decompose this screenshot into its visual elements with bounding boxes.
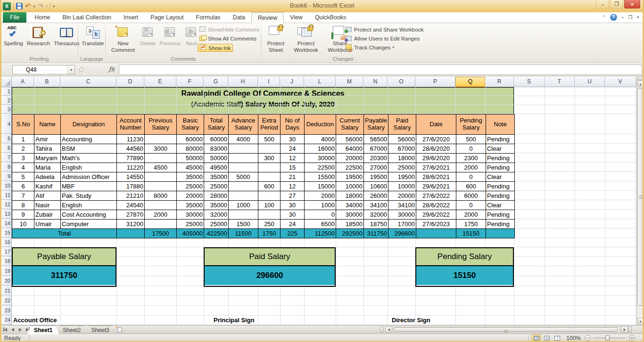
column-header-cell[interactable]: PreviousSalary (145, 114, 177, 135)
cell[interactable]: Math's (61, 154, 117, 163)
row-header-4[interactable]: 4 (1, 114, 12, 134)
cell[interactable]: 29/6/2022 (416, 210, 456, 220)
cell[interactable]: Pending (486, 154, 514, 163)
cell[interactable]: 67000 (364, 144, 388, 154)
cell[interactable]: 34000 (336, 201, 364, 210)
cell[interactable]: 11230 (117, 135, 145, 144)
cell[interactable]: English (61, 201, 117, 210)
cell[interactable]: BSM (61, 144, 117, 154)
cell[interactable]: Accounting (61, 135, 117, 144)
cell[interactable]: 4000 (229, 135, 258, 144)
help-icon[interactable]: ? (610, 14, 617, 21)
column-header-cell[interactable]: TotalSalary (204, 114, 229, 135)
column-header-A[interactable]: A (12, 77, 34, 87)
cell[interactable]: Maryam (34, 154, 61, 163)
cell[interactable]: 64000 (336, 144, 364, 154)
cell[interactable]: 67000 (388, 144, 416, 154)
column-header-cell[interactable]: Date (416, 114, 456, 135)
cell[interactable]: 77890 (117, 154, 145, 163)
cell[interactable]: 20000 (177, 191, 204, 201)
column-header-cell[interactable]: Name (34, 114, 61, 135)
tab-data[interactable]: Data (227, 13, 251, 23)
name-box-dropdown-icon[interactable]: ▾ (67, 65, 74, 74)
cell[interactable]: 35000 (177, 172, 204, 182)
total-cell[interactable]: 292500 (336, 229, 364, 238)
cell[interactable]: Tahira (34, 144, 61, 154)
column-header-cell[interactable]: Deduction (305, 114, 336, 135)
column-header-L[interactable]: L (304, 77, 336, 87)
cell[interactable]: 56000 (388, 135, 416, 144)
cell[interactable]: 25000 (388, 163, 416, 172)
cell[interactable]: Clear (486, 144, 514, 154)
undo-icon[interactable]: ↶ (25, 3, 31, 9)
worksheet-grid[interactable]: Rawalpindi College Of Commerce & Science… (12, 87, 636, 325)
cell[interactable]: 100 (258, 201, 281, 210)
cell[interactable]: Clear (486, 172, 514, 182)
cell[interactable]: 4000 (305, 135, 336, 144)
cell[interactable]: 1500 (229, 220, 258, 229)
tab-file[interactable]: File (3, 12, 26, 23)
cell[interactable]: 300 (258, 154, 281, 163)
cell[interactable]: 18750 (364, 220, 388, 229)
cell[interactable]: Admission Officer (61, 172, 117, 182)
horizontal-split-handle[interactable] (380, 326, 383, 333)
cell[interactable] (145, 220, 177, 229)
cell[interactable]: 21210 (117, 191, 145, 201)
zoom-out-button[interactable]: − (585, 335, 591, 341)
tab-formulas[interactable]: Formulas (190, 13, 227, 23)
cell[interactable]: 83000 (204, 144, 229, 154)
cell[interactable]: MBF (61, 182, 117, 191)
row-header-22[interactable]: 22 (1, 296, 12, 305)
close-button[interactable]: × (624, 0, 640, 8)
cell[interactable]: 3000 (145, 144, 177, 154)
cell[interactable]: 6000 (456, 191, 486, 201)
cell[interactable] (145, 172, 177, 182)
delete-comment-button[interactable]: × Delete (138, 24, 157, 55)
total-cell[interactable]: 1750 (258, 229, 281, 238)
normal-view-button[interactable] (532, 334, 541, 342)
cell[interactable]: 30000 (388, 210, 416, 220)
cell[interactable]: 18500 (336, 220, 364, 229)
cell[interactable] (229, 163, 258, 172)
cell[interactable]: 34100 (364, 201, 388, 210)
zoom-in-button[interactable]: + (629, 335, 635, 341)
total-cell[interactable]: 15150 (456, 229, 486, 238)
customize-qat-icon[interactable]: ▾ (53, 4, 55, 8)
cell[interactable]: 1 (12, 135, 34, 144)
cell[interactable]: 49500 (204, 163, 229, 172)
column-header-J[interactable]: J (280, 77, 304, 87)
cell[interactable]: 12 (281, 154, 305, 163)
protect-sheet-button[interactable]: Protect Sheet (263, 24, 289, 55)
cell[interactable]: 24 (281, 144, 305, 154)
sheet-tab-sheet2[interactable]: Sheet2 (56, 326, 87, 334)
cell[interactable]: 27870 (117, 210, 145, 220)
column-header-F[interactable]: F (176, 77, 204, 87)
tab-home[interactable]: Home (28, 13, 56, 23)
workbook-restore-icon[interactable]: ❐ (628, 15, 632, 20)
cell[interactable]: 35000 (204, 201, 229, 210)
row-header-1[interactable]: 1 (1, 87, 12, 96)
column-header-M[interactable]: M (336, 77, 363, 87)
cell[interactable]: 31200 (117, 220, 145, 229)
cell[interactable]: 2000 (456, 163, 486, 172)
column-header-cell[interactable]: PendingSalary (456, 114, 486, 135)
column-header-P[interactable]: P (415, 77, 455, 87)
save-icon[interactable] (16, 3, 23, 9)
cell[interactable]: 10600 (364, 182, 388, 191)
cell[interactable]: 60000 (204, 135, 229, 144)
scroll-right-button[interactable] (621, 326, 628, 333)
cell[interactable]: 25000 (204, 182, 229, 191)
track-changes-button[interactable]: Track Changes ▾ (344, 44, 425, 51)
cell[interactable]: 10000 (388, 182, 416, 191)
column-header-cell[interactable]: Designation (61, 114, 117, 135)
cell[interactable]: 600 (456, 182, 486, 191)
cell[interactable]: 25000 (177, 182, 204, 191)
cell[interactable]: 28/6/2020 (416, 144, 456, 154)
cell[interactable]: 26000 (364, 191, 388, 201)
cell[interactable]: 500 (456, 135, 486, 144)
thesaurus-button[interactable]: Thesaurus (52, 24, 81, 55)
column-header-G[interactable]: G (204, 77, 228, 87)
row-header-16[interactable]: 16 (1, 238, 12, 247)
cell[interactable]: 500 (258, 135, 281, 144)
column-header-O[interactable]: O (388, 77, 415, 87)
